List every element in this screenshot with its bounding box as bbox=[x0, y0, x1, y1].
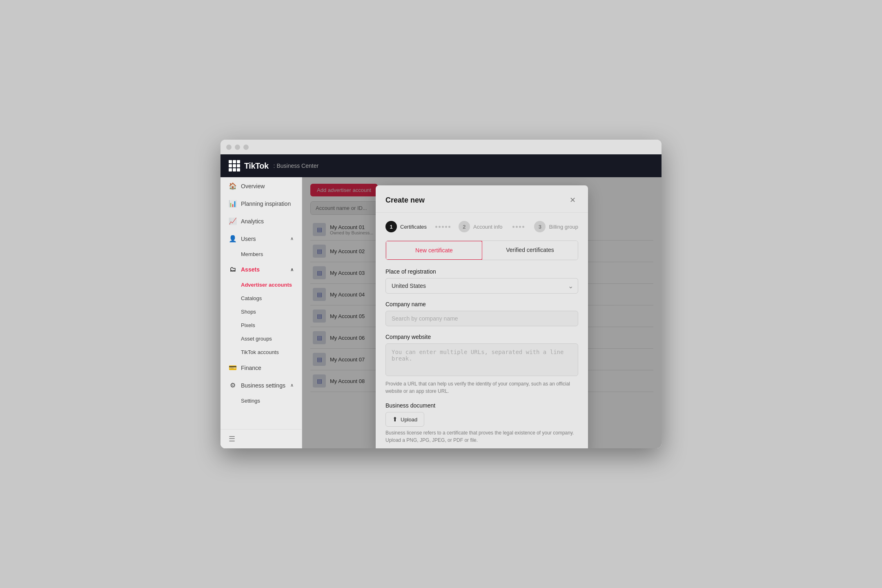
upload-button[interactable]: ⬆ Upload bbox=[385, 412, 424, 427]
sidebar-label-members: Members bbox=[241, 251, 263, 257]
sidebar-label-catalogs: Catalogs bbox=[241, 295, 262, 301]
sidebar-label-planning: Planning inspiration bbox=[241, 200, 291, 207]
sidebar-item-advertiser-accounts[interactable]: Advertiser accounts bbox=[220, 278, 302, 292]
sidebar-item-catalogs[interactable]: Catalogs bbox=[220, 292, 302, 305]
step-1: 1 Certificates bbox=[385, 221, 427, 232]
main-content: 🏠 Overview 📊 Planning inspiration 📈 Anal… bbox=[220, 177, 662, 448]
step-dots-1 bbox=[427, 226, 459, 228]
place-of-registration-select[interactable]: United States United Kingdom Canada Aust… bbox=[385, 278, 578, 294]
titlebar bbox=[220, 140, 662, 154]
business-document-group: Business document ⬆ Upload Business lice… bbox=[385, 402, 578, 444]
close-button[interactable]: ✕ bbox=[567, 194, 578, 206]
sidebar-item-tiktok-accounts[interactable]: TikTok accounts bbox=[220, 345, 302, 359]
modal-header: Create new ✕ bbox=[376, 185, 588, 213]
sidebar-bottom: ☰ bbox=[220, 429, 302, 448]
finance-icon: 💳 bbox=[229, 364, 237, 372]
sidebar-item-asset-groups[interactable]: Asset groups bbox=[220, 332, 302, 345]
page-area: Add advertiser account ▤ My Account 01 O… bbox=[302, 177, 662, 448]
chevron-up-icon: ∧ bbox=[290, 236, 294, 241]
step-3: 3 Billing group bbox=[534, 221, 578, 232]
place-of-registration-group: Place of registration United States Unit… bbox=[385, 268, 578, 294]
sidebar-label-asset-groups: Asset groups bbox=[241, 336, 272, 342]
sidebar-item-pixels[interactable]: Pixels bbox=[220, 318, 302, 332]
tab-new-certificate[interactable]: New certificate bbox=[385, 241, 483, 260]
upload-label: Upload bbox=[401, 416, 417, 423]
settings-icon: ⚙ bbox=[229, 381, 237, 389]
users-icon: 👤 bbox=[229, 235, 237, 243]
company-website-label: Company website bbox=[385, 334, 578, 340]
company-name-label: Company name bbox=[385, 301, 578, 307]
sidebar-label-business-settings: Business settings bbox=[241, 382, 285, 389]
app: TikTok : Business Center 🏠 Overview 📊 Pl… bbox=[220, 154, 662, 448]
topnav: TikTok : Business Center bbox=[220, 154, 662, 177]
step-1-label: Certificates bbox=[400, 224, 427, 230]
sidebar-item-business-settings[interactable]: ⚙ Business settings ∧ bbox=[220, 376, 302, 394]
place-of-registration-label: Place of registration bbox=[385, 268, 578, 275]
sidebar-label-pixels: Pixels bbox=[241, 322, 255, 328]
sidebar-item-planning[interactable]: 📊 Planning inspiration bbox=[220, 195, 302, 212]
modal-form-body: Place of registration United States Unit… bbox=[376, 268, 588, 448]
step-dots-2 bbox=[503, 226, 535, 228]
sidebar-label-users: Users bbox=[241, 236, 256, 242]
sidebar-label-analytics: Analytics bbox=[241, 218, 264, 225]
sidebar: 🏠 Overview 📊 Planning inspiration 📈 Anal… bbox=[220, 177, 302, 448]
sidebar-item-finance[interactable]: 💳 Finance bbox=[220, 359, 302, 376]
certificate-tabs: New certificate Verified certificates bbox=[385, 241, 578, 260]
sidebar-item-shops[interactable]: Shops bbox=[220, 305, 302, 318]
stepper: 1 Certificates 2 Accou bbox=[376, 213, 588, 241]
business-document-label: Business document bbox=[385, 402, 578, 409]
tab-verified-certificates[interactable]: Verified certificates bbox=[482, 241, 578, 260]
sidebar-label-finance: Finance bbox=[241, 365, 261, 371]
step-2-number: 2 bbox=[459, 221, 470, 232]
sidebar-label-assets: Assets bbox=[241, 266, 260, 273]
company-name-group: Company name bbox=[385, 301, 578, 326]
company-name-input[interactable] bbox=[385, 311, 578, 326]
sidebar-item-overview[interactable]: 🏠 Overview bbox=[220, 177, 302, 195]
sidebar-item-assets[interactable]: 🗂 Assets ∧ bbox=[220, 261, 302, 278]
maximize-button[interactable] bbox=[243, 145, 249, 150]
company-website-hint: Provide a URL that can help us verify th… bbox=[385, 380, 578, 395]
home-icon: 🏠 bbox=[229, 182, 237, 190]
sidebar-item-members[interactable]: Members bbox=[220, 247, 302, 261]
logo-subtitle: : Business Center bbox=[274, 163, 319, 169]
modal-title: Create new bbox=[385, 196, 425, 205]
place-select-wrapper: United States United Kingdom Canada Aust… bbox=[385, 278, 578, 294]
assets-icon: 🗂 bbox=[229, 266, 237, 273]
logo-text: TikTok bbox=[244, 161, 269, 171]
modal: Create new ✕ 1 Certificates bbox=[376, 185, 588, 448]
grid-icon bbox=[229, 160, 240, 172]
sidebar-item-users[interactable]: 👤 Users ∧ bbox=[220, 230, 302, 247]
sidebar-label-overview: Overview bbox=[241, 183, 265, 189]
step-2: 2 Account info bbox=[459, 221, 503, 232]
modal-overlay: Create new ✕ 1 Certificates bbox=[302, 177, 662, 448]
company-website-input[interactable] bbox=[385, 343, 578, 376]
collapse-icon[interactable]: ☰ bbox=[229, 435, 235, 443]
step-2-label: Account info bbox=[473, 224, 503, 230]
step-3-label: Billing group bbox=[549, 224, 578, 230]
sidebar-label-tiktok-accounts: TikTok accounts bbox=[241, 349, 279, 355]
close-button[interactable] bbox=[226, 145, 232, 150]
sidebar-item-analytics[interactable]: 📈 Analytics bbox=[220, 212, 302, 230]
chevron-up-icon-assets: ∧ bbox=[290, 267, 294, 272]
sidebar-label-advertiser-accounts: Advertiser accounts bbox=[241, 282, 292, 288]
step-1-number: 1 bbox=[385, 221, 397, 232]
step-3-number: 3 bbox=[534, 221, 546, 232]
upload-icon: ⬆ bbox=[392, 416, 398, 423]
mac-window: TikTok : Business Center 🏠 Overview 📊 Pl… bbox=[220, 140, 662, 448]
business-doc-hint: Business license refers to a certificate… bbox=[385, 429, 578, 444]
sidebar-item-settings[interactable]: Settings bbox=[220, 394, 302, 408]
analytics-icon: 📈 bbox=[229, 217, 237, 225]
logo: TikTok : Business Center bbox=[229, 160, 318, 172]
sidebar-label-shops: Shops bbox=[241, 309, 256, 315]
chevron-down-icon-bs: ∧ bbox=[290, 383, 294, 388]
planning-icon: 📊 bbox=[229, 200, 237, 207]
company-website-group: Company website Provide a URL that can h… bbox=[385, 334, 578, 395]
sidebar-label-settings: Settings bbox=[241, 398, 260, 404]
minimize-button[interactable] bbox=[235, 145, 240, 150]
